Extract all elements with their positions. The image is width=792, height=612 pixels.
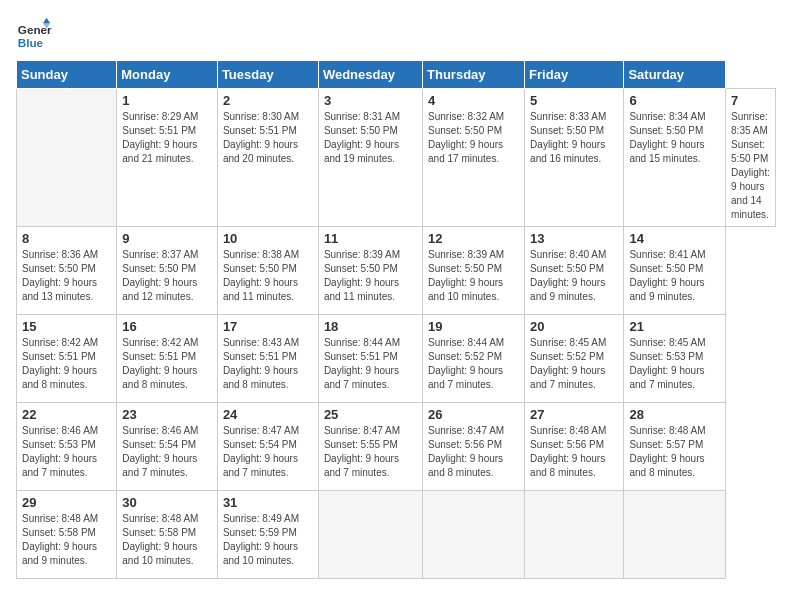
day-info: Sunrise: 8:48 AMSunset: 5:57 PMDaylight:… xyxy=(629,424,720,480)
calendar-day-cell: 5 Sunrise: 8:33 AMSunset: 5:50 PMDayligh… xyxy=(525,89,624,227)
calendar-day-cell xyxy=(423,491,525,579)
day-number: 5 xyxy=(530,93,618,108)
calendar-day-cell xyxy=(624,491,726,579)
day-number: 26 xyxy=(428,407,519,422)
calendar-day-cell: 8 Sunrise: 8:36 AMSunset: 5:50 PMDayligh… xyxy=(17,227,117,315)
calendar-week-row: 15 Sunrise: 8:42 AMSunset: 5:51 PMDaylig… xyxy=(17,315,776,403)
day-info: Sunrise: 8:35 AMSunset: 5:50 PMDaylight:… xyxy=(731,110,770,222)
day-number: 22 xyxy=(22,407,111,422)
calendar-day-cell: 25 Sunrise: 8:47 AMSunset: 5:55 PMDaylig… xyxy=(318,403,422,491)
day-info: Sunrise: 8:32 AMSunset: 5:50 PMDaylight:… xyxy=(428,110,519,166)
day-info: Sunrise: 8:39 AMSunset: 5:50 PMDaylight:… xyxy=(324,248,417,304)
calendar-day-cell: 30 Sunrise: 8:48 AMSunset: 5:58 PMDaylig… xyxy=(117,491,218,579)
weekday-header: Tuesday xyxy=(217,61,318,89)
day-number: 17 xyxy=(223,319,313,334)
calendar-day-cell: 13 Sunrise: 8:40 AMSunset: 5:50 PMDaylig… xyxy=(525,227,624,315)
day-info: Sunrise: 8:31 AMSunset: 5:50 PMDaylight:… xyxy=(324,110,417,166)
logo: General Blue xyxy=(16,16,52,52)
calendar-day-cell: 27 Sunrise: 8:48 AMSunset: 5:56 PMDaylig… xyxy=(525,403,624,491)
day-number: 23 xyxy=(122,407,212,422)
day-info: Sunrise: 8:30 AMSunset: 5:51 PMDaylight:… xyxy=(223,110,313,166)
day-info: Sunrise: 8:39 AMSunset: 5:50 PMDaylight:… xyxy=(428,248,519,304)
day-number: 3 xyxy=(324,93,417,108)
logo-icon: General Blue xyxy=(16,16,52,52)
day-number: 19 xyxy=(428,319,519,334)
calendar-day-cell: 17 Sunrise: 8:43 AMSunset: 5:51 PMDaylig… xyxy=(217,315,318,403)
day-number: 1 xyxy=(122,93,212,108)
calendar-day-cell: 4 Sunrise: 8:32 AMSunset: 5:50 PMDayligh… xyxy=(423,89,525,227)
calendar-day-cell: 23 Sunrise: 8:46 AMSunset: 5:54 PMDaylig… xyxy=(117,403,218,491)
day-info: Sunrise: 8:38 AMSunset: 5:50 PMDaylight:… xyxy=(223,248,313,304)
weekday-header: Sunday xyxy=(17,61,117,89)
day-info: Sunrise: 8:48 AMSunset: 5:58 PMDaylight:… xyxy=(122,512,212,568)
day-number: 24 xyxy=(223,407,313,422)
weekday-header: Thursday xyxy=(423,61,525,89)
calendar-day-cell: 18 Sunrise: 8:44 AMSunset: 5:51 PMDaylig… xyxy=(318,315,422,403)
day-number: 9 xyxy=(122,231,212,246)
calendar-week-row: 8 Sunrise: 8:36 AMSunset: 5:50 PMDayligh… xyxy=(17,227,776,315)
day-number: 20 xyxy=(530,319,618,334)
day-info: Sunrise: 8:42 AMSunset: 5:51 PMDaylight:… xyxy=(22,336,111,392)
day-number: 13 xyxy=(530,231,618,246)
day-info: Sunrise: 8:29 AMSunset: 5:51 PMDaylight:… xyxy=(122,110,212,166)
day-number: 14 xyxy=(629,231,720,246)
day-info: Sunrise: 8:46 AMSunset: 5:53 PMDaylight:… xyxy=(22,424,111,480)
calendar-day-cell: 22 Sunrise: 8:46 AMSunset: 5:53 PMDaylig… xyxy=(17,403,117,491)
day-number: 6 xyxy=(629,93,720,108)
calendar-week-row: 22 Sunrise: 8:46 AMSunset: 5:53 PMDaylig… xyxy=(17,403,776,491)
day-info: Sunrise: 8:44 AMSunset: 5:52 PMDaylight:… xyxy=(428,336,519,392)
day-info: Sunrise: 8:42 AMSunset: 5:51 PMDaylight:… xyxy=(122,336,212,392)
day-number: 11 xyxy=(324,231,417,246)
calendar-day-cell: 31 Sunrise: 8:49 AMSunset: 5:59 PMDaylig… xyxy=(217,491,318,579)
day-number: 27 xyxy=(530,407,618,422)
svg-text:Blue: Blue xyxy=(18,36,44,49)
day-info: Sunrise: 8:33 AMSunset: 5:50 PMDaylight:… xyxy=(530,110,618,166)
calendar-day-cell xyxy=(318,491,422,579)
day-number: 16 xyxy=(122,319,212,334)
day-number: 4 xyxy=(428,93,519,108)
page-header: General Blue xyxy=(16,16,776,52)
day-info: Sunrise: 8:47 AMSunset: 5:55 PMDaylight:… xyxy=(324,424,417,480)
day-number: 28 xyxy=(629,407,720,422)
calendar-day-cell: 1 Sunrise: 8:29 AMSunset: 5:51 PMDayligh… xyxy=(117,89,218,227)
calendar-day-cell: 14 Sunrise: 8:41 AMSunset: 5:50 PMDaylig… xyxy=(624,227,726,315)
weekday-header: Monday xyxy=(117,61,218,89)
calendar-day-cell: 20 Sunrise: 8:45 AMSunset: 5:52 PMDaylig… xyxy=(525,315,624,403)
day-info: Sunrise: 8:49 AMSunset: 5:59 PMDaylight:… xyxy=(223,512,313,568)
day-number: 15 xyxy=(22,319,111,334)
calendar-week-row: 29 Sunrise: 8:48 AMSunset: 5:58 PMDaylig… xyxy=(17,491,776,579)
day-number: 30 xyxy=(122,495,212,510)
weekday-header: Saturday xyxy=(624,61,726,89)
weekday-header: Wednesday xyxy=(318,61,422,89)
calendar-day-cell: 7 Sunrise: 8:35 AMSunset: 5:50 PMDayligh… xyxy=(726,89,776,227)
calendar-day-cell: 2 Sunrise: 8:30 AMSunset: 5:51 PMDayligh… xyxy=(217,89,318,227)
day-number: 25 xyxy=(324,407,417,422)
day-number: 31 xyxy=(223,495,313,510)
day-number: 18 xyxy=(324,319,417,334)
calendar-day-cell: 11 Sunrise: 8:39 AMSunset: 5:50 PMDaylig… xyxy=(318,227,422,315)
day-info: Sunrise: 8:48 AMSunset: 5:58 PMDaylight:… xyxy=(22,512,111,568)
calendar-header-row: SundayMondayTuesdayWednesdayThursdayFrid… xyxy=(17,61,776,89)
day-info: Sunrise: 8:44 AMSunset: 5:51 PMDaylight:… xyxy=(324,336,417,392)
calendar-day-cell: 24 Sunrise: 8:47 AMSunset: 5:54 PMDaylig… xyxy=(217,403,318,491)
day-number: 12 xyxy=(428,231,519,246)
calendar-day-cell: 10 Sunrise: 8:38 AMSunset: 5:50 PMDaylig… xyxy=(217,227,318,315)
calendar-day-cell: 29 Sunrise: 8:48 AMSunset: 5:58 PMDaylig… xyxy=(17,491,117,579)
calendar-empty-cell xyxy=(17,89,117,227)
weekday-header: Friday xyxy=(525,61,624,89)
calendar-day-cell xyxy=(525,491,624,579)
day-number: 21 xyxy=(629,319,720,334)
calendar-day-cell: 28 Sunrise: 8:48 AMSunset: 5:57 PMDaylig… xyxy=(624,403,726,491)
calendar-day-cell: 6 Sunrise: 8:34 AMSunset: 5:50 PMDayligh… xyxy=(624,89,726,227)
calendar-table: SundayMondayTuesdayWednesdayThursdayFrid… xyxy=(16,60,776,579)
day-info: Sunrise: 8:46 AMSunset: 5:54 PMDaylight:… xyxy=(122,424,212,480)
day-info: Sunrise: 8:43 AMSunset: 5:51 PMDaylight:… xyxy=(223,336,313,392)
day-number: 7 xyxy=(731,93,770,108)
calendar-day-cell: 19 Sunrise: 8:44 AMSunset: 5:52 PMDaylig… xyxy=(423,315,525,403)
calendar-day-cell: 26 Sunrise: 8:47 AMSunset: 5:56 PMDaylig… xyxy=(423,403,525,491)
calendar-week-row: 1 Sunrise: 8:29 AMSunset: 5:51 PMDayligh… xyxy=(17,89,776,227)
day-info: Sunrise: 8:37 AMSunset: 5:50 PMDaylight:… xyxy=(122,248,212,304)
calendar-day-cell: 9 Sunrise: 8:37 AMSunset: 5:50 PMDayligh… xyxy=(117,227,218,315)
day-info: Sunrise: 8:45 AMSunset: 5:52 PMDaylight:… xyxy=(530,336,618,392)
day-info: Sunrise: 8:40 AMSunset: 5:50 PMDaylight:… xyxy=(530,248,618,304)
